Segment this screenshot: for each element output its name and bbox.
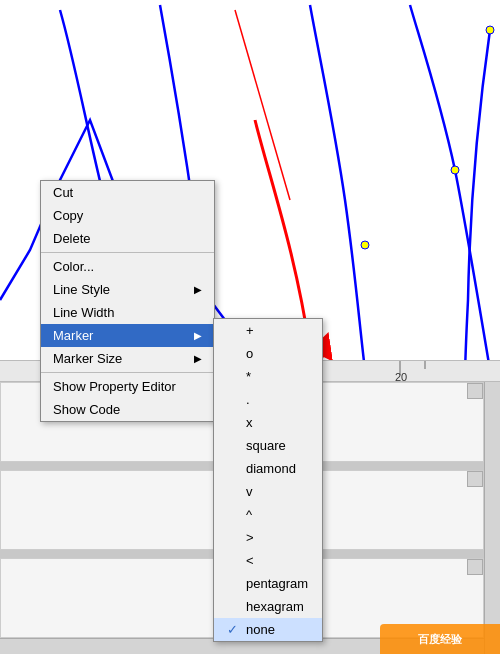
submenu-item-lt[interactable]: < (214, 549, 322, 572)
check-none: ✓ (224, 622, 240, 637)
svg-point-3 (486, 26, 494, 34)
menu-separator-2 (41, 372, 214, 373)
submenu-item-plus[interactable]: + (214, 319, 322, 342)
submenu-item-caret-up[interactable]: ^ (214, 503, 322, 526)
scrollbar-vertical[interactable] (484, 382, 500, 654)
scroll-btn-2[interactable] (467, 471, 483, 487)
submenu-marker: + o * . x square diamond v (213, 318, 323, 642)
arrow-icon-marker-size: ▶ (194, 353, 202, 364)
submenu-item-v[interactable]: v (214, 480, 322, 503)
menu-item-delete[interactable]: Delete (41, 227, 214, 250)
canvas-area: 20 Cut Copy Delete Color... (0, 0, 500, 654)
watermark: 百度经验 (380, 624, 500, 654)
menu-item-cut[interactable]: Cut (41, 181, 214, 204)
svg-point-1 (361, 241, 369, 249)
submenu-item-gt[interactable]: > (214, 526, 322, 549)
submenu-item-square[interactable]: square (214, 434, 322, 457)
menu-separator-1 (41, 252, 214, 253)
submenu-item-star[interactable]: * (214, 365, 322, 388)
scroll-btn-3[interactable] (467, 559, 483, 575)
menu-item-show-property-editor[interactable]: Show Property Editor (41, 375, 214, 398)
menu-item-color[interactable]: Color... (41, 255, 214, 278)
submenu-item-none[interactable]: ✓ none (214, 618, 322, 641)
svg-point-2 (451, 166, 459, 174)
menu-item-copy[interactable]: Copy (41, 204, 214, 227)
svg-line-4 (235, 10, 290, 200)
arrow-icon-line-style: ▶ (194, 284, 202, 295)
menu-item-marker-size[interactable]: Marker Size ▶ (41, 347, 214, 370)
arrow-icon-marker: ▶ (194, 330, 202, 341)
submenu-item-dot[interactable]: . (214, 388, 322, 411)
submenu-item-hexagram[interactable]: hexagram (214, 595, 322, 618)
menu-item-marker[interactable]: Marker ▶ (41, 324, 214, 347)
menu-item-line-style[interactable]: Line Style ▶ (41, 278, 214, 301)
submenu-item-pentagram[interactable]: pentagram (214, 572, 322, 595)
context-menu: Cut Copy Delete Color... Line Style ▶ Li… (40, 180, 215, 422)
scroll-btn-1[interactable] (467, 383, 483, 399)
menu-item-show-code[interactable]: Show Code (41, 398, 214, 421)
submenu-item-circle[interactable]: o (214, 342, 322, 365)
submenu-item-x[interactable]: x (214, 411, 322, 434)
menu-item-line-width[interactable]: Line Width (41, 301, 214, 324)
submenu-item-diamond[interactable]: diamond (214, 457, 322, 480)
